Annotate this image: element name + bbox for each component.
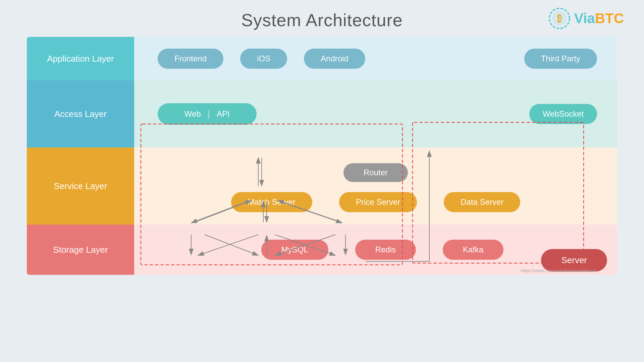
access-layer-row: Access Layer Web | API WebSocket [27,80,617,147]
app-items: Frontend iOS Android Third Party [144,49,607,69]
service-nodes: Router Match Server Price Server Data Se… [144,160,607,212]
service-layer-row: Service Layer Router Match Server Price … [27,147,617,225]
websocket-pill: WebSocket [529,104,597,124]
logo-text: ViaBTC [574,10,624,26]
router-pill: Router [343,163,408,182]
bitcoin-icon: ₿ [548,7,571,30]
layers-container: Application Layer Frontend iOS Android T… [27,37,617,275]
third-party-pill: Third Party [524,49,597,69]
mysql-pill: MySQL [261,240,328,260]
access-inner: Web | API WebSocket [144,103,607,125]
svg-text:₿: ₿ [557,13,562,24]
page-header: System Architecture ₿ ViaBTC [0,0,644,37]
service-layer-content: Router Match Server Price Server Data Se… [134,147,617,225]
webapi-pill: Web | API [158,103,257,125]
diagram-wrapper: Application Layer Frontend iOS Android T… [27,37,617,275]
match-server-pill: Match Server [231,192,313,212]
ios-pill: iOS [240,49,287,69]
storage-nodes: MySQL Redis Kafka [261,240,504,260]
access-layer-label: Access Layer [27,80,134,147]
kafka-pill: Kafka [443,240,503,260]
price-server-pill: Price Server [339,192,417,212]
access-layer-content: Web | API WebSocket [134,80,617,147]
page-title: System Architecture [241,10,402,30]
application-layer-label: Application Layer [27,37,134,80]
application-layer-row: Application Layer Frontend iOS Android T… [27,37,617,80]
android-pill: Android [304,49,365,69]
storage-layer-label: Storage Layer [27,225,134,275]
redis-pill: Redis [355,240,416,260]
server-pills: Match Server Price Server Data Server [231,192,521,212]
storage-layer-row: Storage Layer MySQL Redis Kafka [27,225,617,275]
application-layer-content: Frontend iOS Android Third Party [134,37,617,80]
watermark: https://viabtc.com/solutions/architectur… [521,268,597,273]
data-server-pill: Data Server [444,192,520,212]
service-layer-label: Service Layer [27,147,134,225]
frontend-pill: Frontend [158,49,223,69]
logo: ₿ ViaBTC [548,7,624,30]
